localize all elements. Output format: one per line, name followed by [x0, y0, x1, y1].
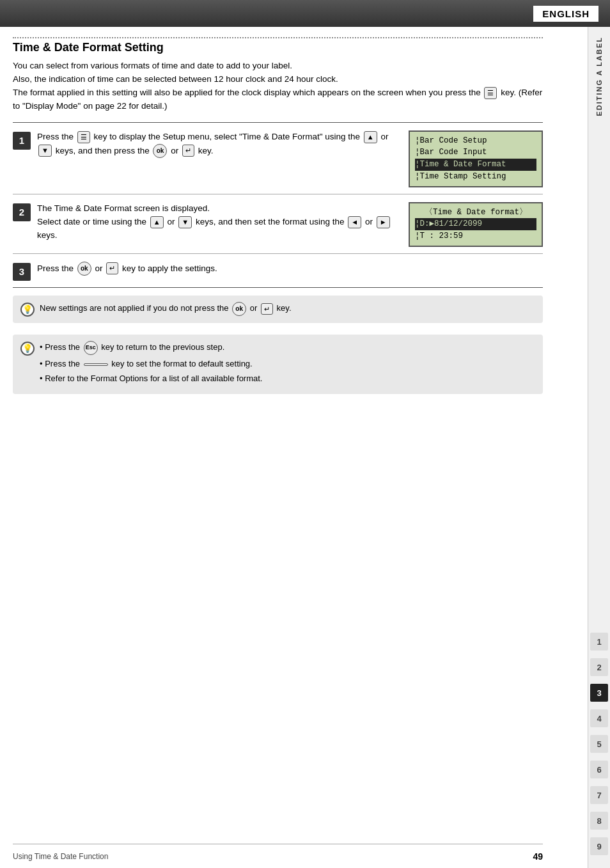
chapter-6[interactable]: 6	[590, 761, 608, 778]
enter-key-step3: ↵	[106, 262, 118, 274]
intro-line-1: You can select from various formats of t…	[13, 61, 292, 70]
or-step2-2: or	[365, 217, 373, 226]
tips-list: Press the Esc key to return to the previ…	[40, 341, 262, 388]
chapter-1[interactable]: 1	[590, 633, 608, 651]
menu-key-step1: ☰	[77, 131, 90, 143]
tips-box: 💡 Press the Esc key to return to the pre…	[13, 335, 543, 394]
tips-bulb-icon: 💡	[20, 342, 35, 356]
or-step3: or	[95, 264, 103, 273]
ok-key-note: ok	[232, 302, 246, 316]
step-1-number: 1	[13, 132, 31, 150]
language-badge: ENGLISH	[533, 6, 598, 22]
intro-line-2: Also, the indication of time can be sele…	[13, 74, 338, 84]
or-note: or	[250, 303, 258, 313]
step-2-number: 2	[13, 203, 31, 221]
chapter-7[interactable]: 7	[590, 786, 608, 804]
step-1-text: Press the ☰ key to display the Setup men…	[37, 130, 396, 158]
ok-key-step1: ok	[153, 144, 167, 158]
blank-key-tip2	[84, 363, 108, 366]
note-box: 💡 New settings are not applied if you do…	[13, 296, 543, 323]
intro-line-3: The format applied in this setting will …	[13, 88, 542, 111]
setup-key-intro: ☰	[484, 87, 497, 99]
or-step2-1: or	[168, 217, 175, 226]
chapter-3-active[interactable]: 3	[590, 684, 608, 702]
enter-key-step1: ↵	[182, 145, 194, 157]
enter-key-note: ↵	[261, 303, 273, 315]
tip-2: Press the key to set the format to defau…	[40, 358, 262, 370]
left-arrow-step2: ◄	[348, 216, 361, 228]
step-3-row: 3 Press the ok or ↵ key to apply the set…	[13, 254, 543, 288]
lcd-screen-1: ¦Bar Code Setup ¦Bar Code Input ¦Time & …	[409, 130, 543, 187]
chapter-5[interactable]: 5	[590, 735, 608, 753]
step-2-screen: 〈Time & Date format〉 ¦D:▶81/12/2099 ¦T :…	[409, 202, 543, 247]
chapter-9[interactable]: 9	[590, 837, 608, 855]
lcd-line-1-4: ¦Time Stamp Setting	[415, 171, 536, 183]
chapter-numbers: 1 2 3 4 5 6 7 8 9	[590, 633, 608, 868]
lcd-line-1-3: ¦Time & Date Format	[415, 159, 536, 171]
page-footer: Using Time & Date Function 49	[13, 844, 543, 868]
ok-key-step3: ok	[77, 262, 91, 276]
right-arrow-step2: ►	[377, 216, 390, 228]
chapter-4[interactable]: 4	[590, 709, 608, 727]
lcd-line-1-2: ¦Bar Code Input	[415, 146, 536, 159]
lcd-line-2-2: ¦D:▶81/12/2099	[415, 218, 536, 230]
lcd-line-2-1: 〈Time & Date format〉	[415, 207, 536, 219]
sidebar-label: EDITING A LABEL	[595, 36, 603, 116]
esc-key-tip1: Esc	[84, 341, 98, 355]
lcd-line-1-1: ¦Bar Code Setup	[415, 135, 536, 147]
step-2-row: 2 The Time & Date Format screen is displ…	[13, 194, 543, 254]
up-arrow-step1: ▲	[364, 131, 377, 143]
footer-label: Using Time & Date Function	[13, 852, 108, 861]
footer-page: 49	[533, 851, 543, 862]
down-arrow-step1: ▼	[38, 145, 52, 157]
step-1-row: 1 Press the ☰ key to display the Setup m…	[13, 123, 543, 194]
section-intro: You can select from various formats of t…	[13, 59, 543, 113]
step-1-screen: ¦Bar Code Setup ¦Bar Code Input ¦Time & …	[409, 130, 543, 187]
or-1: or	[380, 132, 388, 141]
right-sidebar: EDITING A LABEL 1 2 3 4 5 6 7 8 9	[588, 27, 610, 868]
chapter-8[interactable]: 8	[590, 812, 608, 830]
main-content: Time & Date Format Setting You can selec…	[13, 27, 543, 842]
down-arrow-step2: ▼	[178, 216, 192, 228]
step-3-number: 3	[13, 263, 31, 281]
chapter-2[interactable]: 2	[590, 658, 608, 676]
top-header: ENGLISH	[0, 0, 610, 27]
lcd-line-2-3: ¦T : 23:59	[415, 230, 536, 242]
tip-1: Press the Esc key to return to the previ…	[40, 341, 262, 355]
or-2: or	[171, 145, 178, 155]
lcd-screen-2: 〈Time & Date format〉 ¦D:▶81/12/2099 ¦T :…	[409, 202, 543, 247]
tip-3: Refer to the Format Options for a list o…	[40, 372, 262, 385]
step-3-text: Press the ok or ↵ key to apply the setti…	[37, 262, 543, 276]
step-2-text: The Time & Date Format screen is display…	[37, 202, 396, 242]
note-bulb-icon: 💡	[20, 303, 35, 317]
note-text: New settings are not applied if you do n…	[40, 302, 292, 316]
up-arrow-step2: ▲	[150, 216, 164, 228]
section-title: Time & Date Format Setting	[13, 41, 543, 54]
